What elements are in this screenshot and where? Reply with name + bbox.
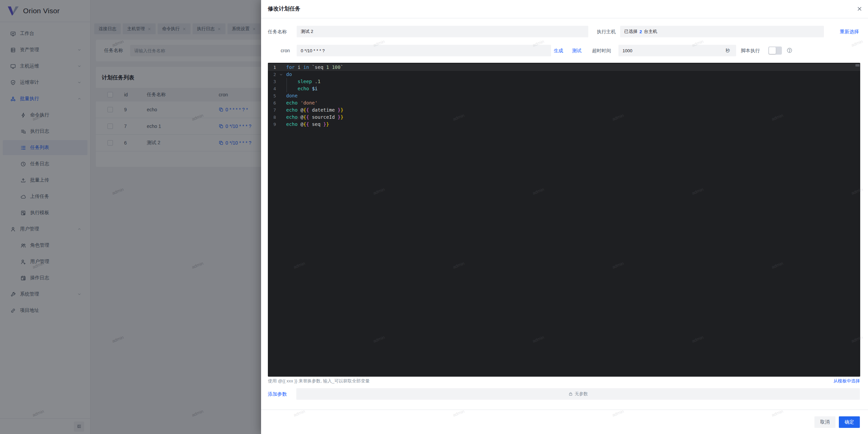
line-number: 6 — [268, 100, 276, 106]
code-text: done — [286, 92, 298, 99]
timeout-unit: 秒 — [726, 45, 730, 56]
drawer-title: 修改计划任务 — [268, 5, 300, 13]
line-number: 2 — [268, 72, 276, 77]
reselect-hosts-link[interactable]: 重新选择 — [840, 26, 859, 37]
line-number: 7 — [268, 108, 276, 113]
task-name-input[interactable] — [297, 26, 588, 37]
code-text: sleep .1 — [286, 78, 320, 85]
empty-param-bar: 无参数 — [296, 388, 860, 400]
param-row: 添加参数 无参数 — [268, 388, 860, 400]
add-param-button[interactable]: 添加参数 — [268, 388, 287, 400]
code-lines: 1for i in `seq 1 100`2do3 sleep .14 echo… — [268, 64, 860, 128]
task-name-label: 任务名称 — [268, 26, 287, 37]
script-code-editor[interactable]: 1for i in `seq 1 100`2do3 sleep .14 echo… — [268, 63, 860, 377]
code-line: 5done — [268, 92, 860, 99]
generate-cron-link[interactable]: 生成 — [554, 45, 563, 56]
line-number: 3 — [268, 79, 276, 84]
selected-hosts-box[interactable]: 已选择 2 台主机 — [620, 26, 824, 37]
confirm-button[interactable]: 确定 — [839, 416, 860, 428]
empty-param-text: 无参数 — [575, 391, 588, 397]
code-text: echo @{{ sourceId }} — [286, 114, 343, 121]
code-text: echo @{{ datetime }} — [286, 107, 343, 114]
script-exec-label: 脚本执行 — [741, 45, 760, 56]
lock-icon — [568, 392, 573, 396]
footer-divider — [261, 410, 868, 410]
code-text: echo @{{ seq }} — [286, 121, 329, 128]
timeout-input[interactable] — [618, 45, 736, 56]
code-text: echo $i — [286, 85, 318, 92]
code-line: 9echo @{{ seq }} — [268, 121, 860, 128]
exec-host-label: 执行主机 — [597, 26, 616, 37]
test-cron-link[interactable]: 测试 — [572, 45, 581, 56]
param-hint-row: 使用 @{{ xxx }} 来替换参数, 输入_可以获取全部变量 从模板中选择 — [268, 378, 860, 385]
drawer-header: 修改计划任务 — [261, 0, 868, 18]
edit-task-drawer: 修改计划任务 任务名称 执行主机 已选择 2 台主机 重新选择 cron 生成 … — [261, 0, 868, 434]
code-line: 6echo 'done' — [268, 99, 860, 107]
script-exec-toggle[interactable] — [768, 46, 782, 55]
code-line: 8echo @{{ sourceId }} — [268, 114, 860, 121]
code-line: 2do — [268, 71, 860, 78]
help-icon[interactable] — [787, 48, 792, 53]
cancel-button[interactable]: 取消 — [814, 416, 835, 428]
code-line: 7echo @{{ datetime }} — [268, 107, 860, 114]
cron-input[interactable] — [297, 45, 551, 56]
code-line: 4 echo $i — [268, 85, 860, 92]
fold-chevron-icon[interactable] — [276, 73, 286, 77]
editor-scrollbar-thumb[interactable] — [855, 64, 860, 67]
code-text: do — [286, 71, 292, 78]
cron-label: cron — [268, 45, 290, 56]
indent-guide — [287, 78, 287, 92]
line-number: 1 — [268, 65, 276, 70]
line-number: 4 — [268, 86, 276, 91]
code-text: for i in `seq 1 100` — [286, 64, 343, 71]
close-icon[interactable] — [856, 6, 863, 12]
line-number: 8 — [268, 115, 276, 120]
timeout-label: 超时时间 — [592, 45, 611, 56]
param-hint-text: 使用 @{{ xxx }} 来替换参数, 输入_可以获取全部变量 — [268, 378, 370, 383]
hosts-selected-prefix: 已选择 — [624, 29, 637, 35]
line-number: 9 — [268, 122, 276, 127]
choose-from-template-link[interactable]: 从模板中选择 — [833, 378, 860, 384]
code-line: 1for i in `seq 1 100` — [268, 64, 860, 71]
code-text: echo 'done' — [286, 99, 318, 107]
line-number: 5 — [268, 93, 276, 98]
code-line: 3 sleep .1 — [268, 78, 860, 85]
hosts-selected-count: 2 — [639, 29, 642, 34]
toggle-knob — [769, 47, 776, 54]
hosts-selected-suffix: 台主机 — [644, 29, 657, 35]
